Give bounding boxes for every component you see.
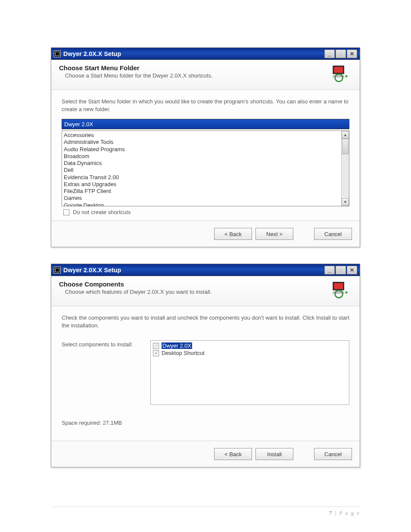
no-shortcuts-row[interactable]: Do not create shortcuts — [62, 209, 349, 215]
no-shortcuts-checkbox[interactable] — [63, 209, 69, 215]
list-item[interactable]: Evidencia Transit 2.00 — [64, 174, 339, 181]
scroll-thumb[interactable] — [342, 139, 349, 154]
folder-listbox[interactable]: Accessories Administrative Tools Audio R… — [62, 131, 341, 206]
titlebar[interactable]: Dwyer 2.0X.X Setup _ □ ✕ — [51, 48, 360, 60]
header-text: Choose Components Choose which features … — [59, 280, 327, 300]
minimize-icon: _ — [328, 267, 331, 273]
header-text: Choose Start Menu Folder Choose a Start … — [59, 64, 327, 84]
close-icon: ✕ — [350, 267, 354, 273]
header-area: Choose Start Menu Folder Choose a Start … — [51, 60, 360, 90]
header-description: Choose a Start Menu folder for the Dwyer… — [59, 72, 327, 79]
svg-rect-1 — [334, 67, 343, 73]
header-title: Choose Start Menu Folder — [59, 64, 327, 72]
folder-listbox-wrap: Accessories Administrative Tools Audio R… — [62, 131, 349, 206]
chevron-up-icon: ▲ — [343, 133, 347, 137]
list-item[interactable]: Broadcom — [64, 153, 339, 160]
components-box[interactable]: ✓ Dwyer 2.0X ✓ Desktop Shortcut — [150, 340, 349, 405]
page-label: | P a g e — [333, 510, 360, 516]
computer-install-icon — [331, 280, 349, 300]
scroll-up-button[interactable]: ▲ — [342, 131, 349, 139]
close-icon: ✕ — [350, 51, 354, 57]
window-controls: _ □ ✕ — [324, 50, 357, 58]
install-button[interactable]: Install — [255, 448, 293, 460]
component-label: Dwyer 2.0X — [162, 342, 192, 349]
back-button[interactable]: < Back — [214, 448, 252, 460]
chevron-down-icon: ▼ — [343, 200, 347, 204]
maximize-button: □ — [336, 50, 346, 58]
component-checkbox[interactable]: ✓ — [153, 350, 159, 356]
next-button[interactable]: Next > — [255, 228, 293, 240]
titlebar[interactable]: Dwyer 2.0X.X Setup _ □ ✕ — [51, 264, 360, 276]
minimize-icon: _ — [328, 51, 331, 57]
window-title: Dwyer 2.0X.X Setup — [63, 50, 121, 57]
scroll-track[interactable] — [342, 139, 349, 198]
setup-window-components: Dwyer 2.0X.X Setup _ □ ✕ Choose Componen… — [51, 264, 360, 467]
list-item[interactable]: Google Desktop — [64, 202, 339, 206]
computer-install-icon — [331, 64, 349, 84]
component-item-main[interactable]: ✓ Dwyer 2.0X — [153, 342, 347, 349]
component-label: Desktop Shortcut — [162, 350, 205, 356]
instruction-text: Select the Start Menu folder in which yo… — [62, 98, 349, 113]
no-shortcuts-label: Do not create shortcuts — [73, 209, 131, 215]
scroll-down-button[interactable]: ▼ — [342, 198, 349, 206]
maximize-button: □ — [336, 266, 346, 274]
minimize-button[interactable]: _ — [324, 50, 335, 58]
body-area: Select the Start Menu folder in which yo… — [51, 90, 360, 221]
list-item[interactable]: Dell — [64, 167, 339, 174]
footer-buttons: < Back Next > Cancel — [51, 221, 360, 247]
maximize-icon: □ — [339, 267, 342, 273]
minimize-button[interactable]: _ — [324, 266, 335, 274]
list-item[interactable]: FileZilla FTP Client — [64, 188, 339, 195]
list-item[interactable]: Administrative Tools — [64, 139, 339, 146]
component-item-shortcut[interactable]: ✓ Desktop Shortcut — [153, 350, 347, 356]
footer-buttons: < Back Install Cancel — [51, 441, 360, 467]
maximize-icon: □ — [339, 51, 342, 57]
list-item[interactable]: Data Dynamics — [64, 160, 339, 167]
spacer — [297, 228, 311, 240]
spacer — [297, 448, 311, 460]
folder-name-input[interactable] — [62, 119, 349, 129]
header-area: Choose Components Choose which features … — [51, 276, 360, 306]
cancel-button[interactable]: Cancel — [314, 448, 352, 460]
list-item[interactable]: Audio Related Programs — [64, 146, 339, 153]
setup-window-start-menu: Dwyer 2.0X.X Setup _ □ ✕ Choose Start Me… — [51, 47, 360, 247]
page-footer: 7 | P a g e — [51, 507, 360, 516]
svg-rect-4 — [334, 283, 343, 289]
installer-icon — [54, 50, 61, 57]
space-required-label: Space required: 27.1MB — [62, 420, 349, 426]
close-button[interactable]: ✕ — [347, 266, 357, 274]
select-components-label: Select components to install: — [62, 340, 143, 405]
back-button[interactable]: < Back — [214, 228, 252, 240]
close-button[interactable]: ✕ — [347, 50, 357, 58]
scrollbar[interactable]: ▲ ▼ — [341, 131, 349, 206]
installer-icon — [54, 267, 61, 274]
header-description: Choose which features of Dwyer 2.0X.X yo… — [59, 289, 327, 295]
header-title: Choose Components — [59, 280, 327, 288]
component-checkbox-disabled: ✓ — [153, 343, 159, 349]
list-item[interactable]: Games — [64, 195, 339, 202]
instruction-text: Check the components you want to install… — [62, 314, 349, 329]
cancel-button[interactable]: Cancel — [314, 228, 352, 240]
body-area: Check the components you want to install… — [51, 306, 360, 441]
list-item[interactable]: Extras and Upgrades — [64, 181, 339, 188]
window-title: Dwyer 2.0X.X Setup — [63, 267, 121, 274]
components-row: Select components to install: ✓ Dwyer 2.… — [62, 340, 349, 405]
list-item[interactable]: Accessories — [64, 132, 339, 139]
window-controls: _ □ ✕ — [324, 266, 357, 274]
